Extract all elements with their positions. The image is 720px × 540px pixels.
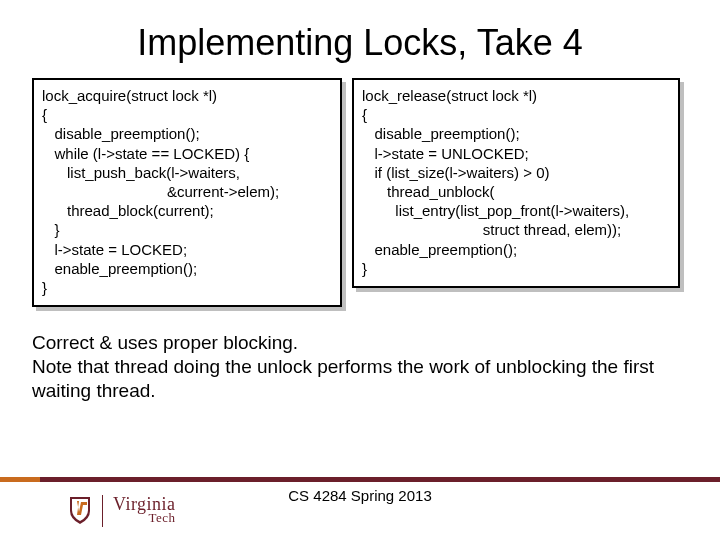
vt-shield-icon <box>68 495 92 525</box>
caption-line-2: Note that thread doing the unlock perfor… <box>32 355 692 403</box>
code-box-acquire: lock_acquire(struct lock *l) { disable_p… <box>32 78 342 307</box>
code-box-release: lock_release(struct lock *l) { disable_p… <box>352 78 680 288</box>
caption: Correct & uses proper blocking. Note tha… <box>0 313 720 402</box>
slide-title: Implementing Locks, Take 4 <box>0 0 720 72</box>
course-label: CS 4284 Spring 2013 <box>288 487 431 504</box>
code-release: lock_release(struct lock *l) { disable_p… <box>362 86 670 278</box>
vt-logo: Virginia Tech <box>68 495 176 527</box>
logo-divider <box>102 495 103 527</box>
code-row: lock_acquire(struct lock *l) { disable_p… <box>0 72 720 313</box>
logo-text-bottom: Tech <box>113 511 176 524</box>
logo-text: Virginia Tech <box>113 495 176 524</box>
caption-line-1: Correct & uses proper blocking. <box>32 331 692 355</box>
code-acquire: lock_acquire(struct lock *l) { disable_p… <box>42 86 332 297</box>
